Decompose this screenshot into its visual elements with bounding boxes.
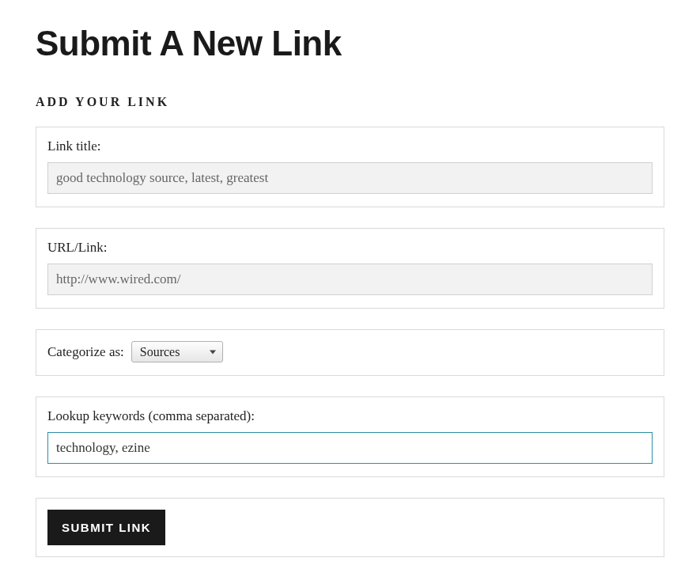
category-group: Categorize as: Sources (36, 329, 664, 376)
submit-button[interactable]: SUBMIT LINK (47, 510, 165, 545)
keywords-input[interactable] (47, 432, 653, 464)
link-title-group: Link title: (36, 127, 664, 207)
keywords-group: Lookup keywords (comma separated): (36, 396, 664, 477)
section-heading: ADD YOUR LINK (36, 95, 664, 109)
keywords-label: Lookup keywords (comma separated): (47, 408, 653, 424)
link-title-label: Link title: (47, 138, 653, 154)
url-label: URL/Link: (47, 240, 653, 256)
link-title-input[interactable] (47, 162, 653, 194)
url-group: URL/Link: (36, 228, 664, 309)
category-select[interactable]: Sources (131, 341, 223, 362)
page-title: Submit A New Link (36, 24, 664, 63)
category-select-wrap: Sources (131, 341, 223, 362)
submit-group: SUBMIT LINK (36, 498, 664, 557)
url-input[interactable] (47, 264, 653, 295)
category-label: Categorize as: (47, 344, 124, 360)
